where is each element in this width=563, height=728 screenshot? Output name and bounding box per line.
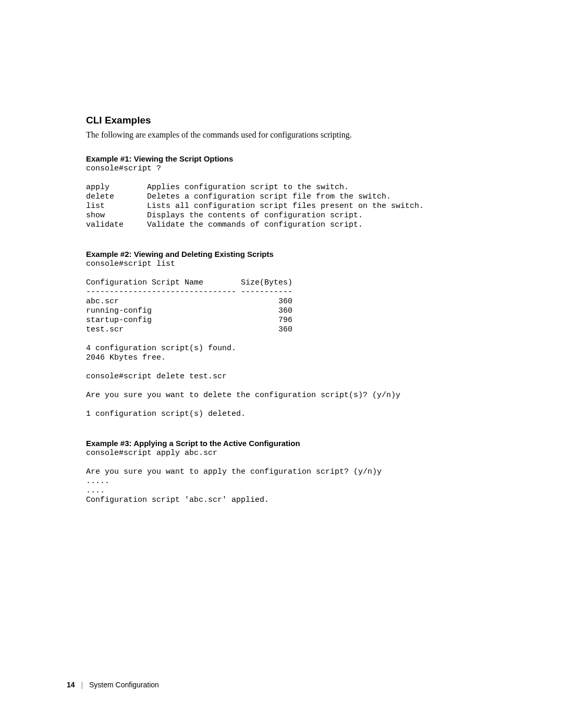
chapter-name: System Configuration	[89, 681, 159, 689]
footer-divider: |	[81, 681, 83, 689]
example-1-heading: Example #1: Viewing the Script Options	[86, 154, 500, 163]
example-3-heading: Example #3: Applying a Script to the Act…	[86, 439, 500, 448]
example-3-code: console#script apply abc.scr Are you sur…	[86, 449, 500, 505]
page-footer: 14 | System Configuration	[67, 681, 159, 689]
example-2-code: console#script list Configuration Script…	[86, 260, 500, 419]
page-content: CLI Examples The following are examples …	[0, 0, 563, 505]
section-heading: CLI Examples	[86, 115, 500, 126]
example-2-heading: Example #2: Viewing and Deleting Existin…	[86, 250, 500, 258]
example-1-code: console#script ? apply Applies configura…	[86, 164, 500, 230]
intro-text: The following are examples of the comman…	[86, 130, 500, 140]
page-number: 14	[67, 681, 75, 689]
